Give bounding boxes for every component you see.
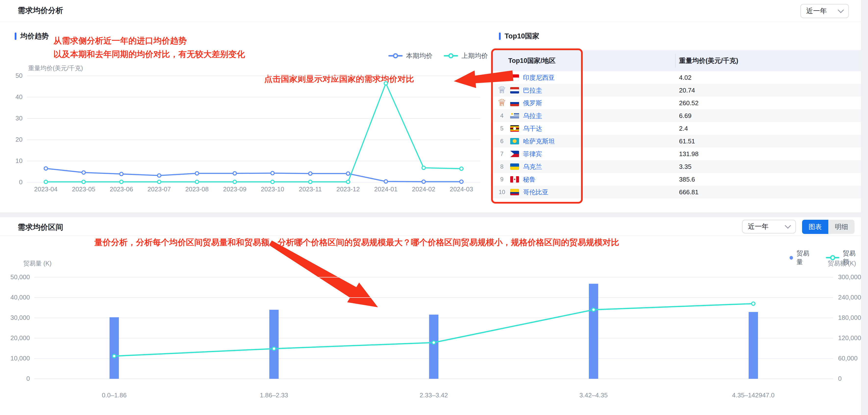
table-row[interactable]: ♛3俄罗斯260.52 (493, 97, 861, 109)
country-link[interactable]: 哈萨克斯坦 (523, 137, 555, 146)
period-select[interactable]: 近一年 (742, 220, 796, 234)
country-link[interactable]: 印度尼西亚 (523, 73, 555, 82)
header-divider (0, 22, 861, 22)
x-tick-label: 0.0–1.86 (72, 391, 156, 399)
avg-price-cell: 3.35 (675, 163, 691, 171)
country-link[interactable]: 乌拉圭 (523, 112, 542, 120)
table-row[interactable]: ♛2巴拉圭20.74 (493, 84, 861, 97)
rank-badge: 5 (496, 123, 507, 134)
country-flag-icon (510, 151, 519, 157)
x-tick-label: 2023-09 (215, 185, 254, 193)
rank-number: 9 (496, 176, 507, 183)
demand-avg-price-analysis-card: 需求均价分析 近一年 均价趋势 从需求侧分析近一年的进口均价趋势 以及本期和去年… (0, 0, 861, 212)
trend-y-axis-name: 重量均价(美元/千克) (28, 64, 83, 72)
country-link[interactable]: 乌克兰 (523, 163, 542, 171)
legend-line-marker (826, 257, 839, 258)
section-title-trend: 均价趋势 (15, 31, 49, 41)
flag-emblem (513, 127, 516, 130)
annotation-volume-price: 量价分析，分析每个均价区间贸易量和和贸易额，分析哪个价格区间的贸易规模最大？哪个… (94, 237, 619, 248)
table-row[interactable]: 5乌干达2.4 (493, 122, 861, 135)
section-title-text: Top10国家 (504, 31, 539, 41)
x-tick-label: 2.33–3.42 (392, 391, 475, 399)
detail-view-button[interactable]: 明细 (828, 220, 855, 234)
legend-line-marker (444, 55, 458, 57)
country-flag-icon (510, 138, 519, 144)
country-cell: 9秘鲁 (493, 174, 675, 185)
x-tick-label: 2024-01 (366, 185, 406, 193)
range-right-axis-name: 贸易额 (K) (828, 260, 856, 268)
country-flag-icon (510, 112, 519, 119)
rank-number: 3 (496, 104, 507, 108)
rank-badge: ♛2 (496, 85, 507, 96)
chevron-down-icon (785, 222, 791, 229)
country-cell: ♛1印度尼西亚 (493, 72, 675, 83)
table-row[interactable]: 9秘鲁385.6 (493, 173, 861, 186)
flag-triangle (510, 151, 514, 157)
rank-number: 5 (496, 125, 507, 132)
avg-price-cell: 20.74 (675, 87, 695, 94)
trend-chart-legend: 本期均价上期均价 (389, 51, 488, 60)
legend-circle-marker (393, 53, 398, 59)
x-tick-label: 2023-04 (26, 185, 65, 193)
country-link[interactable]: 乌干达 (523, 124, 542, 133)
country-cell: 8乌克兰 (493, 161, 675, 172)
table-row[interactable]: 7菲律宾131.98 (493, 147, 861, 160)
period-select[interactable]: 近一年 (800, 4, 849, 18)
left-y-tick-label: 30,000 (0, 314, 30, 321)
left-y-tick-label: 10,000 (0, 354, 30, 362)
flag-emblem (514, 179, 515, 180)
x-tick-label: 2023-06 (102, 185, 141, 193)
y-tick-label: 0 (0, 178, 23, 186)
rank-number: 7 (496, 150, 507, 157)
y-tick-label: 40 (0, 93, 23, 101)
rank-badge: 10 (496, 187, 507, 198)
y-tick-label: 20 (0, 136, 23, 143)
demand-price-range-card: 需求均价区间 近一年 图表 明细 量价分析，分析每个均价区间贸易量和和贸易额，分… (0, 217, 861, 415)
country-link[interactable]: 秘鲁 (523, 175, 536, 184)
y-tick-label: 50 (0, 72, 23, 79)
column-header-avg-price: 重量均价(美元/千克) (675, 56, 738, 65)
period-select-value: 近一年 (748, 222, 769, 231)
table-row[interactable]: ♛1印度尼西亚4.02 (493, 71, 861, 84)
legend-item: 贸易量 (789, 249, 814, 266)
country-flag-icon (510, 87, 519, 94)
table-row[interactable]: 6哈萨克斯坦61.51 (493, 135, 861, 147)
card-title: 需求均价分析 (18, 5, 63, 16)
top10-country-table: Top10国家/地区 重量均价(美元/千克) ♛1印度尼西亚4.02♛2巴拉圭2… (493, 50, 861, 199)
x-tick-label: 2023-11 (291, 185, 330, 193)
legend-label[interactable]: 上期均价 (461, 51, 488, 60)
country-cell: 4乌拉圭 (493, 110, 675, 121)
chart-view-button[interactable]: 图表 (802, 220, 828, 234)
avg-price-cell: 4.02 (675, 74, 691, 81)
chevron-down-icon (838, 7, 844, 13)
country-link[interactable]: 俄罗斯 (523, 99, 542, 107)
legend-label[interactable]: 贸易量 (797, 249, 814, 266)
x-tick-label: 2023-05 (64, 185, 103, 193)
country-cell: 6哈萨克斯坦 (493, 136, 675, 146)
annotation-trend-line2: 以及本期和去年同期的均价对比，有无较大差别变化 (54, 49, 245, 60)
card-title: 需求均价区间 (18, 222, 63, 233)
table-row[interactable]: 4乌拉圭6.69 (493, 109, 861, 122)
table-row[interactable]: 10哥伦比亚666.81 (493, 186, 861, 199)
x-tick-label: 2023-07 (140, 185, 179, 193)
country-cell: 7菲律宾 (493, 148, 675, 159)
legend-item: 本期均价 (389, 51, 433, 60)
left-y-tick-label: 40,000 (0, 293, 30, 301)
legend-item: 上期均价 (444, 51, 488, 60)
legend-label[interactable]: 本期均价 (406, 51, 433, 60)
header-divider (0, 235, 861, 236)
country-link[interactable]: 巴拉圭 (523, 86, 542, 95)
flag-emblem (513, 139, 516, 143)
rank-number: 1 (496, 78, 507, 82)
country-link[interactable]: 菲律宾 (523, 150, 542, 158)
rank-badge: 6 (496, 136, 507, 146)
left-y-tick-label: 50,000 (0, 273, 30, 281)
country-cell: ♛3俄罗斯 (493, 98, 675, 108)
right-y-tick-label: 60,000 (838, 354, 858, 362)
section-marker-bar (15, 33, 17, 40)
avg-price-cell: 260.52 (675, 99, 699, 107)
table-row[interactable]: 8乌克兰3.35 (493, 160, 861, 173)
country-cell: 5乌干达 (493, 123, 675, 134)
country-link[interactable]: 哥伦比亚 (523, 188, 549, 197)
avg-price-cell: 131.98 (675, 150, 699, 158)
